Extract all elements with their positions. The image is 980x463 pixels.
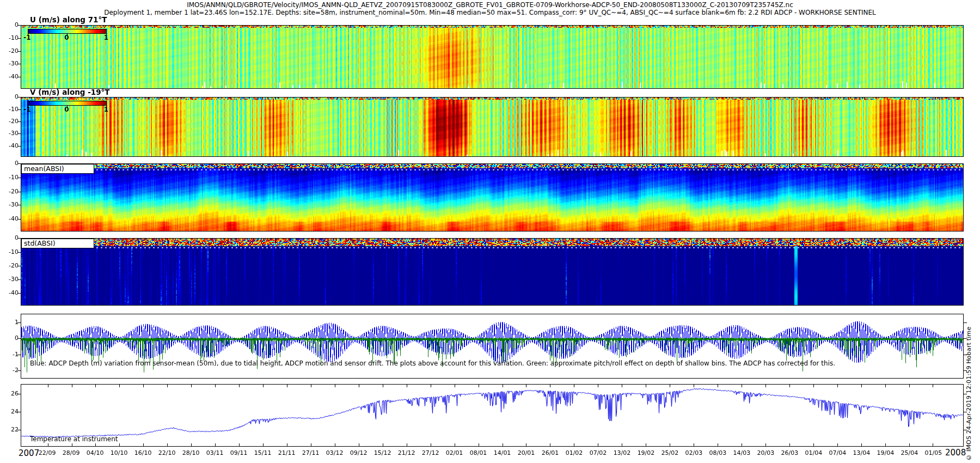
x-tick-label: 04/10 bbox=[83, 450, 107, 456]
panel-temperature bbox=[21, 384, 964, 447]
y-tick-label: -20 bbox=[1, 118, 19, 125]
v-velocity-colorbar bbox=[28, 101, 107, 108]
y-tick-label: -10 bbox=[1, 106, 19, 113]
x-tick-label: 08/03 bbox=[706, 450, 730, 456]
x-tick-label: 08/01 bbox=[467, 450, 491, 456]
u-velocity-colorbar bbox=[28, 29, 107, 36]
x-tick-label: 03/11 bbox=[203, 450, 227, 456]
x-tick-label: 26/03 bbox=[777, 450, 801, 456]
x-tick-label: 10/10 bbox=[107, 450, 131, 456]
y-tick-label: 0 bbox=[1, 94, 19, 100]
x-tick-label: 21/12 bbox=[395, 450, 419, 456]
x-tick-label: 27/11 bbox=[299, 450, 323, 456]
panel-u-velocity bbox=[21, 25, 964, 89]
x-tick-label: 25/02 bbox=[658, 450, 682, 456]
x-tick-label: 19/02 bbox=[634, 450, 658, 456]
x-tick-label: 27/12 bbox=[419, 450, 443, 456]
copyright-watermark: © IMOS 24-Apr-2019 12:01:59 Hobart time bbox=[965, 300, 974, 461]
panel-title-std-absi: std(ABSI) bbox=[21, 239, 94, 248]
x-tick-label: 13/02 bbox=[610, 450, 634, 456]
y-tick-label: -40 bbox=[1, 216, 19, 222]
x-tick-label: 19/04 bbox=[873, 450, 897, 456]
x-axis-year-end: 2008 bbox=[945, 448, 966, 458]
x-tick-label: 15/11 bbox=[251, 450, 275, 456]
x-tick-label: 02/01 bbox=[443, 450, 467, 456]
header-deployment-info: Deployment 1, member 1 lat=23.46S lon=15… bbox=[0, 9, 980, 16]
y-tick-label: 22 bbox=[1, 427, 19, 433]
x-tick-label: 14/01 bbox=[491, 450, 514, 456]
x-tick-label: 28/10 bbox=[179, 450, 203, 456]
x-tick-label: 21/11 bbox=[275, 450, 299, 456]
x-tick-label: 13/04 bbox=[849, 450, 873, 456]
panel-title-mean-absi: mean(ABSI) bbox=[21, 164, 94, 174]
y-tick-label: 26 bbox=[1, 391, 19, 397]
x-tick-label: 09/12 bbox=[347, 450, 371, 456]
x-tick-label: 07/02 bbox=[586, 450, 610, 456]
y-tick-label: -30 bbox=[1, 202, 19, 208]
x-tick-label: 25/04 bbox=[897, 450, 921, 456]
y-tick-label: -40 bbox=[1, 74, 19, 80]
mean-absi-heatmap-canvas bbox=[21, 164, 963, 231]
y-tick-label: 0 bbox=[1, 22, 19, 28]
y-tick-label: -10 bbox=[1, 249, 19, 255]
panel-v-velocity bbox=[21, 97, 964, 157]
y-tick-label: -40 bbox=[1, 143, 19, 149]
y-tick-label: -20 bbox=[1, 188, 19, 195]
x-tick-label: 16/10 bbox=[131, 450, 155, 456]
temperature-label: Temperature at instrument bbox=[30, 435, 118, 443]
panel-title-u-velocity: U (m/s) along 71°T bbox=[30, 15, 107, 24]
x-tick-label: 01/04 bbox=[801, 450, 825, 456]
std-absi-heatmap-canvas bbox=[21, 239, 963, 305]
x-tick-label: 01/05 bbox=[921, 450, 945, 456]
x-tick-label: 22/10 bbox=[155, 450, 179, 456]
x-tick-label: 26/01 bbox=[538, 450, 562, 456]
panel-depth-variation bbox=[21, 314, 964, 379]
x-tick-label: 01/02 bbox=[562, 450, 586, 456]
x-tick-label: 07/04 bbox=[825, 450, 849, 456]
y-tick-label: -30 bbox=[1, 276, 19, 283]
y-tick-label: -1 bbox=[1, 351, 19, 358]
x-axis-year-start: 2007 bbox=[19, 448, 39, 458]
y-tick-label: -20 bbox=[1, 263, 19, 269]
u-velocity-heatmap-canvas bbox=[21, 26, 963, 88]
y-tick-label: 0 bbox=[1, 335, 19, 342]
x-tick-label: 09/11 bbox=[227, 450, 251, 456]
y-tick-label: -30 bbox=[1, 60, 19, 67]
v-velocity-heatmap-canvas bbox=[21, 98, 963, 156]
depth-variation-annotation: Blue: ADCP Depth (m) variation from sens… bbox=[30, 360, 835, 367]
header-filename: IMOS/ANMN/QLD/GBROTE/Velocity/IMOS_ANMN-… bbox=[0, 1, 980, 9]
y-tick-label: 0 bbox=[1, 160, 19, 167]
y-tick-label: -10 bbox=[1, 174, 19, 181]
figure-header: IMOS/ANMN/QLD/GBROTE/Velocity/IMOS_ANMN-… bbox=[0, 1, 980, 16]
y-tick-label: -20 bbox=[1, 48, 19, 54]
depth-variation-canvas bbox=[21, 314, 963, 378]
x-tick-label: 03/12 bbox=[323, 450, 347, 456]
panel-mean-absi bbox=[21, 163, 964, 232]
x-tick-label: 02/03 bbox=[682, 450, 706, 456]
y-tick-label: 0 bbox=[1, 235, 19, 241]
y-tick-label: 1 bbox=[1, 319, 19, 326]
y-tick-label: -40 bbox=[1, 290, 19, 296]
x-tick-label: 15/12 bbox=[371, 450, 395, 456]
y-tick-label: -10 bbox=[1, 35, 19, 41]
x-tick-label: 20/01 bbox=[514, 450, 538, 456]
x-tick-label: 28/09 bbox=[59, 450, 83, 456]
y-tick-label: -30 bbox=[1, 130, 19, 137]
panel-std-absi bbox=[21, 238, 964, 306]
panel-title-v-velocity: V (m/s) along -19°T bbox=[30, 88, 110, 96]
adcp-deployment-figure: IMOS/ANMN/QLD/GBROTE/Velocity/IMOS_ANMN-… bbox=[0, 0, 980, 463]
x-tick-label: 14/03 bbox=[730, 450, 754, 456]
temperature-canvas bbox=[21, 385, 963, 446]
x-tick-label: 20/03 bbox=[754, 450, 777, 456]
y-tick-label: -2 bbox=[1, 367, 19, 374]
y-tick-label: 24 bbox=[1, 409, 19, 415]
